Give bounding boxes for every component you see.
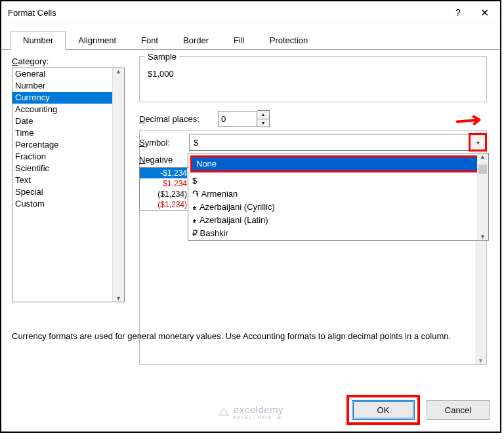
ok-highlight-annotation: OK bbox=[346, 395, 420, 425]
symbol-option[interactable]: ₽ Bashkir bbox=[188, 227, 477, 240]
sample-group: Sample $1,000 bbox=[139, 56, 487, 102]
category-item[interactable]: Date bbox=[12, 115, 124, 127]
watermark-icon bbox=[218, 406, 230, 418]
dropdown-scrollbar[interactable]: ▲ ▼ bbox=[477, 153, 488, 240]
category-item[interactable]: Fraction bbox=[12, 151, 124, 163]
decimal-spinner[interactable]: ▲ ▼ bbox=[257, 110, 270, 127]
category-scrollbar[interactable]: ▲ ▼ bbox=[112, 68, 124, 302]
cancel-button[interactable]: Cancel bbox=[427, 400, 490, 420]
sample-label: Sample bbox=[145, 52, 179, 62]
format-description: Currency formats are used for general mo… bbox=[12, 331, 490, 342]
negative-label: Negative bbox=[139, 155, 189, 165]
symbol-row: Symbol: $ ▾ bbox=[139, 134, 487, 151]
decimal-label: Decimal places: bbox=[139, 114, 218, 124]
chevron-up-icon: ▲ bbox=[480, 153, 486, 160]
category-item[interactable]: Special bbox=[12, 186, 124, 198]
negative-option[interactable]: -$1,234 bbox=[140, 168, 187, 178]
format-cells-dialog: Format Cells ? ✕ Number Alignment Font B… bbox=[0, 0, 501, 433]
tab-number[interactable]: Number bbox=[10, 31, 66, 50]
symbol-label: Symbol: bbox=[139, 138, 189, 148]
symbol-option[interactable]: $ bbox=[188, 174, 477, 188]
watermark: exceldemy EXCEL · DATA · BI bbox=[218, 404, 284, 420]
tab-fill[interactable]: Fill bbox=[221, 31, 257, 49]
tab-font[interactable]: Font bbox=[129, 31, 171, 49]
chevron-down-icon: ▼ bbox=[116, 295, 121, 302]
symbol-dropdown[interactable]: $ ▾ bbox=[189, 134, 487, 151]
category-item[interactable]: Custom bbox=[12, 198, 124, 210]
chevron-up-icon: ▲ bbox=[116, 68, 121, 75]
watermark-text: exceldemy EXCEL · DATA · BI bbox=[234, 404, 284, 420]
symbol-option[interactable]: ֏ Armenian bbox=[188, 188, 477, 201]
category-item[interactable]: Number bbox=[12, 80, 124, 92]
tab-border[interactable]: Border bbox=[171, 31, 221, 49]
category-item[interactable]: General bbox=[12, 68, 124, 80]
negative-option[interactable]: $1,234 bbox=[140, 178, 187, 189]
symbol-option[interactable]: ₼ Azerbaijani (Cyrillic) bbox=[188, 201, 477, 214]
close-button[interactable]: ✕ bbox=[471, 3, 497, 22]
scrollbar-thumb[interactable] bbox=[478, 165, 487, 174]
dialog-title: Format Cells bbox=[8, 8, 445, 18]
sample-value: $1,000 bbox=[148, 69, 480, 79]
category-item[interactable]: Currency bbox=[12, 92, 124, 104]
symbol-value: $ bbox=[194, 138, 198, 148]
tab-protection[interactable]: Protection bbox=[257, 31, 321, 49]
spinner-up-icon[interactable]: ▲ bbox=[257, 111, 269, 119]
titlebar: Format Cells ? ✕ bbox=[1, 1, 500, 24]
decimal-input[interactable] bbox=[218, 111, 257, 127]
decimal-row: Decimal places: ▲ ▼ bbox=[139, 110, 487, 127]
dropdown-selected-highlight: None bbox=[190, 155, 486, 172]
negative-option[interactable]: ($1,234) bbox=[140, 189, 187, 199]
category-item[interactable]: Accounting bbox=[12, 104, 124, 115]
help-button[interactable]: ? bbox=[445, 3, 471, 22]
category-listbox[interactable]: General Number Currency Accounting Date … bbox=[12, 68, 125, 302]
chevron-down-icon: ▼ bbox=[480, 233, 486, 240]
category-item[interactable]: Percentage bbox=[12, 139, 124, 151]
dropdown-arrow-button[interactable]: ▾ bbox=[469, 133, 487, 151]
button-bar: OK Cancel bbox=[346, 395, 490, 425]
category-item[interactable]: Time bbox=[12, 127, 124, 139]
symbol-option[interactable]: ₼ Azerbaijani (Latin) bbox=[188, 214, 477, 227]
symbol-option[interactable]: None bbox=[192, 157, 484, 171]
category-item[interactable]: Text bbox=[12, 174, 124, 186]
tab-strip: Number Alignment Font Border Fill Protec… bbox=[1, 24, 500, 50]
symbol-dropdown-popup[interactable]: None $ ֏ Armenian ₼ Azerbaijani (Cyrilli… bbox=[188, 153, 489, 241]
negative-listbox[interactable]: -$1,234 $1,234 ($1,234) ($1,234) bbox=[139, 167, 190, 211]
chevron-down-icon: ▼ bbox=[478, 357, 484, 364]
category-item[interactable]: Scientific bbox=[12, 163, 124, 174]
spinner-down-icon[interactable]: ▼ bbox=[257, 119, 269, 127]
ok-button[interactable]: OK bbox=[352, 400, 415, 420]
negative-option[interactable]: ($1,234) bbox=[140, 199, 187, 210]
tab-alignment[interactable]: Alignment bbox=[66, 31, 129, 49]
chevron-down-icon: ▾ bbox=[476, 139, 480, 146]
right-column: Sample $1,000 Decimal places: ▲ ▼ Symbol… bbox=[139, 56, 487, 211]
